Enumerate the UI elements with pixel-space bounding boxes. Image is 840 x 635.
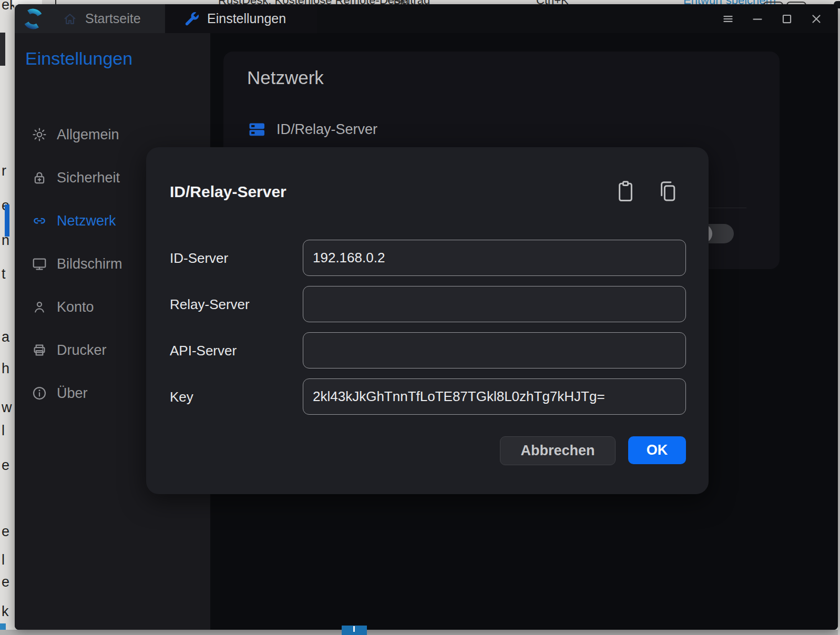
link-icon [32,213,47,229]
background-letter: h [2,361,9,377]
field-label: Key [170,389,193,405]
maximize-icon[interactable] [780,12,794,26]
titlebar[interactable]: Startseite Einstellungen [15,4,838,33]
background-bottom-strip [0,630,840,635]
sidebar-item-label: Über [57,385,88,402]
relay-server-input[interactable] [303,286,686,322]
background-letter: l [2,552,5,568]
field-label: ID-Server [170,250,228,267]
tab-label: Startseite [85,11,141,26]
sidebar-item-label: Netzwerk [57,213,116,229]
id-relay-server-setting[interactable]: ID/Relay-Server [247,120,377,139]
tabstrip: Startseite [15,4,165,33]
id-server-input[interactable] [303,240,686,276]
home-icon [62,11,78,27]
background-letter: e [2,574,9,590]
sidebar-item-label: Konto [57,299,94,315]
key-input[interactable] [303,378,686,415]
background-letter: e [2,457,9,474]
background-letter: e [2,524,9,540]
printer-icon [32,342,47,358]
tab-label: Einstellungen [207,11,286,26]
api-server-input[interactable] [303,332,686,368]
paste-icon[interactable] [614,179,637,204]
background-letter: k [2,603,9,620]
background-taskbar-fragment [342,626,367,635]
id-relay-server-dialog: ID/Relay-Server ID-Server [146,147,709,494]
page-title: Netzwerk [247,67,324,88]
sidebar-item-label: Bildschirm [57,256,122,272]
cursor-fragment [353,626,355,632]
background-blue-fragment [0,623,6,630]
window-controls [721,4,823,33]
cancel-button[interactable]: Abbrechen [500,436,616,465]
gear-icon [32,127,47,142]
field-label: Relay-Server [170,296,250,313]
server-stack-icon [247,120,266,139]
background-dark-fragment [0,33,5,66]
menu-icon[interactable] [721,12,735,26]
sidebar-title: Einstellungen [25,48,132,69]
background-letter: t [2,266,6,282]
sidebar-item-label: Drucker [57,342,107,359]
background-right-strip [838,0,840,635]
rustdesk-window: Startseite Einstellungen [15,4,838,630]
lock-icon [32,170,47,186]
person-icon [32,299,47,315]
setting-label: ID/Relay-Server [276,121,377,138]
background-left-strip: ek r e n t a h w l e e l e k [0,0,14,635]
sidebar-item-label: Allgemein [57,127,119,143]
info-icon [32,385,47,401]
background-letter: a [2,329,9,345]
background-blue-bar-fragment [5,204,9,237]
dialog-title: ID/Relay-Server [170,183,286,201]
wrench-icon [184,11,200,27]
tab-startseite[interactable]: Startseite [62,4,141,33]
ok-button[interactable]: OK [628,436,686,464]
tab-einstellungen[interactable]: Einstellungen [165,4,317,33]
monitor-icon [32,256,47,272]
rustdesk-logo-icon [22,8,44,30]
close-icon[interactable] [810,12,823,26]
background-letter: w [2,400,12,416]
screen: RustDesk: Kostenlose Remote-Deskt · Beit… [0,0,840,635]
background-letter: l [2,423,5,439]
field-label: API-Server [170,343,237,359]
background-letter: r [2,163,6,179]
minimize-icon[interactable] [751,12,764,26]
sidebar-item-label: Sicherheit [57,170,120,186]
background-line-fragment [55,0,56,4]
copy-icon[interactable] [656,179,679,204]
